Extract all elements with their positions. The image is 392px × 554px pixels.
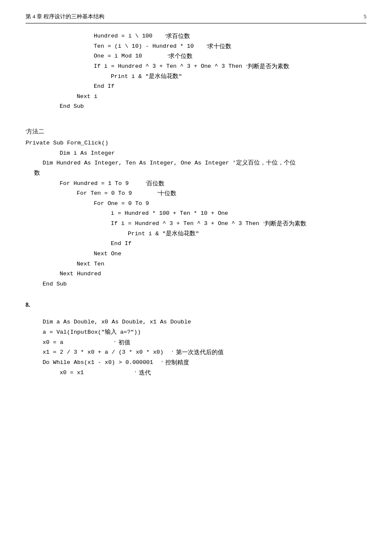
code-section-2: Private Sub Form_Click() Dim i As Intege… (26, 138, 366, 289)
code-line: Dim Hundred As Integer, Ten As Integer, … (26, 158, 366, 168)
code-text: x0 = x1 (60, 368, 84, 378)
code-text: Next i (77, 92, 98, 102)
code-line: End If (26, 239, 366, 249)
code-text: Print i & "是水仙花数" (128, 229, 199, 239)
code-section-3: Dim a As Double, x0 As Double, x1 As Dou… (26, 317, 366, 378)
code-line: x1 = 2 / 3 * x0 + a / (3 * x0 * x0) ' 第一… (26, 347, 366, 358)
code-line: Hundred = i \ 100 '求百位数 (26, 31, 366, 41)
code-text: For One = 0 To 9 (94, 199, 149, 209)
page: 第 4 章 程序设计的三种基本结构 5 Hundred = i \ 100 '求… (0, 0, 392, 554)
code-line: End Sub (26, 101, 366, 112)
code-comment: ' 初值 (115, 338, 130, 348)
code-line: Ten = (i \ 10) - Hundred * 10 '求十位数 (26, 41, 366, 52)
code-text: Print i & "是水仙花数" (111, 72, 182, 82)
code-comment: '求百位数 (165, 31, 190, 41)
code-text: Dim Hundred As Integer, Ten As Integer, … (43, 158, 296, 168)
code-comment: '百位数 (146, 179, 164, 189)
code-line: i = Hundred * 100 + Ten * 10 + One (26, 208, 366, 219)
code-section-1: Hundred = i \ 100 '求百位数 Ten = (i \ 10) -… (26, 31, 366, 112)
code-line: Dim a As Double, x0 As Double, x1 As Dou… (26, 317, 366, 327)
code-text: i = Hundred * 100 + Ten * 10 + One (111, 208, 228, 219)
code-line: Next i (26, 92, 366, 102)
code-text: Dim a As Double, x0 As Double, x1 As Dou… (43, 317, 191, 327)
code-text: If i = Hundred ^ 3 + Ten ^ 3 + One ^ 3 T… (94, 61, 242, 72)
code-text: If i = Hundred ^ 3 + Ten ^ 3 + One ^ 3 T… (111, 219, 259, 229)
code-line: Next Ten (26, 259, 366, 269)
code-comment: ' 迭代 (135, 368, 151, 378)
code-comment: '求十位数 (207, 41, 231, 52)
code-text: Next One (94, 249, 121, 259)
code-line: If i = Hundred ^ 3 + Ten ^ 3 + One ^ 3 T… (26, 61, 366, 72)
code-text: For Ten = 0 To 9 (77, 188, 132, 199)
code-line: Dim i As Integer (26, 148, 366, 159)
code-text: End If (111, 239, 132, 249)
code-line: For Hundred = 1 To 9 '百位数 (26, 179, 366, 189)
code-line: Private Sub Form_Click() (26, 138, 366, 148)
code-comment: ' 第一次迭代后的值 (172, 347, 224, 358)
code-comment: '求个位数 (167, 51, 192, 61)
code-comment: '十位数 (158, 188, 176, 199)
code-comment: '判断是否为素数 (263, 219, 306, 229)
code-text: x0 = a (43, 338, 63, 348)
code-text: Private Sub Form_Click() (26, 138, 108, 148)
spacer (26, 312, 366, 317)
code-text: End If (94, 81, 115, 92)
header-page-number: 5 (364, 13, 367, 20)
code-text: End Sub (60, 101, 84, 112)
code-text: Dim i As Integer (60, 148, 115, 159)
code-text: End Sub (43, 279, 67, 289)
code-line: If i = Hundred ^ 3 + Ten ^ 3 + One ^ 3 T… (26, 219, 366, 229)
code-line: Next One (26, 249, 366, 259)
spacer (26, 113, 366, 118)
code-line: Print i & "是水仙花数" (26, 229, 366, 239)
code-text: 数 (34, 168, 40, 179)
code-text: x1 = 2 / 3 * x0 + a / (3 * x0 * x0) (43, 347, 164, 358)
question-number: 8. (26, 302, 366, 309)
code-line: 数 (26, 168, 366, 179)
code-text: Hundred = i \ 100 (94, 31, 153, 41)
code-line: Do While Abs(x1 - x0) > 0.000001 ' 控制精度 (26, 358, 366, 368)
code-line: End Sub (26, 279, 366, 289)
spacer (26, 118, 366, 124)
method-label: '方法二 (26, 128, 366, 136)
code-text: a = Val(InputBox("输入 a=?")) (43, 327, 141, 338)
code-comment: ' 控制精度 (161, 358, 189, 368)
code-line: Print i & "是水仙花数" (26, 72, 366, 82)
code-line: x0 = x1 ' 迭代 (26, 368, 366, 378)
page-header: 第 4 章 程序设计的三种基本结构 5 (26, 13, 366, 23)
code-text: Do While Abs(x1 - x0) > 0.000001 (43, 358, 153, 368)
code-line: For One = 0 To 9 (26, 199, 366, 209)
code-text: For Hundred = 1 To 9 (60, 179, 129, 189)
code-text: Next Ten (77, 259, 104, 269)
code-comment: '判断是否为素数 (246, 61, 289, 72)
code-line: Next Hundred (26, 269, 366, 279)
code-text: One = i Mod 10 (94, 51, 142, 61)
code-line: x0 = a ' 初值 (26, 338, 366, 348)
spacer (26, 291, 366, 296)
code-line: One = i Mod 10 '求个位数 (26, 51, 366, 61)
code-line: a = Val(InputBox("输入 a=?")) (26, 327, 366, 338)
code-line: For Ten = 0 To 9 '十位数 (26, 188, 366, 199)
code-line: End If (26, 81, 366, 92)
code-text: Ten = (i \ 10) - Hundred * 10 (94, 41, 194, 52)
code-text: Next Hundred (60, 269, 101, 279)
header-chapter: 第 4 章 程序设计的三种基本结构 (26, 13, 104, 20)
